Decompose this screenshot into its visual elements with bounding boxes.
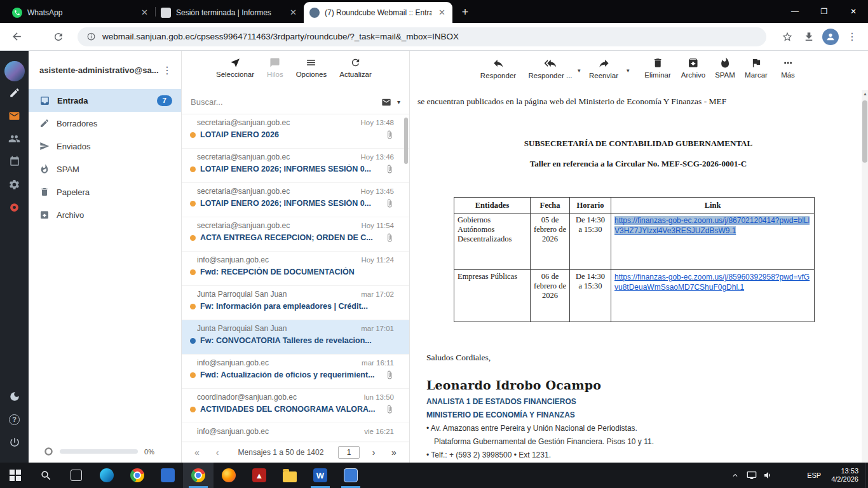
edge-icon[interactable] — [92, 463, 122, 488]
list-item[interactable]: info@sanjuan.gob.ecHoy 11:24 Fwd: RECEPC… — [182, 252, 409, 286]
chrome-icon[interactable] — [122, 463, 153, 488]
archive-button[interactable]: Archivo — [681, 57, 705, 79]
tab-close-icon[interactable]: ✕ — [288, 8, 298, 17]
sidebar-item-entrada[interactable]: Entrada 7 — [29, 89, 181, 112]
page-number-input[interactable] — [338, 446, 360, 459]
power-icon[interactable] — [0, 431, 29, 454]
list-item[interactable]: info@sanjuan.gob.ecvie 16:21 — [182, 423, 409, 442]
tab-close-icon[interactable]: ✕ — [437, 8, 447, 17]
url-text: webmail.sanjuan.gob.ec/cpsess9964711463/… — [102, 32, 459, 41]
start-button[interactable] — [0, 463, 31, 488]
scroll-up-arrow-icon[interactable]: ▲ — [863, 92, 867, 96]
unread-dot-icon[interactable] — [190, 166, 196, 172]
firefox-icon[interactable] — [214, 463, 244, 488]
search-scope-mail-icon[interactable] — [381, 97, 391, 107]
webmail-logo-avatar[interactable] — [4, 61, 25, 81]
sidebar-item-archivo[interactable]: Archivo — [29, 203, 181, 226]
first-page-icon[interactable]: « — [188, 447, 206, 458]
bookmark-star-icon[interactable] — [778, 27, 797, 46]
spam-button[interactable]: SPAM — [715, 57, 735, 79]
prev-page-icon[interactable]: ‹ — [208, 447, 226, 458]
red-app-icon[interactable] — [0, 196, 29, 219]
profile-avatar[interactable] — [821, 27, 840, 46]
list-item-selected[interactable]: Junta Parroquial San Juanmar 17:01 Fw: C… — [182, 320, 409, 355]
unread-dot-icon[interactable] — [190, 235, 196, 241]
contacts-icon[interactable] — [0, 127, 29, 150]
unread-dot-icon[interactable] — [190, 338, 196, 344]
close-icon[interactable]: ✕ — [839, 0, 868, 23]
show-desktop-button[interactable] — [865, 463, 868, 488]
threads-button[interactable]: Hilos — [267, 57, 283, 78]
list-item[interactable]: secretaria@sanjuan.gob.ecHoy 13:48 LOTAI… — [182, 114, 409, 149]
task-view-icon[interactable] — [61, 463, 92, 488]
unread-dot-icon[interactable] — [190, 304, 196, 309]
language-indicator[interactable]: ESP — [799, 471, 829, 479]
back-icon[interactable] — [6, 27, 27, 47]
reply-all-dropdown-icon[interactable]: ▾ — [578, 67, 581, 74]
taskbar-search-icon[interactable] — [31, 463, 61, 488]
calendar-icon[interactable] — [0, 150, 29, 173]
refresh-list-button[interactable]: Actualizar — [339, 57, 372, 78]
downloads-icon[interactable] — [799, 27, 818, 46]
tab-whatsapp[interactable]: WhatsApp ✕ — [6, 2, 155, 23]
unread-dot-icon[interactable] — [190, 407, 196, 412]
list-item[interactable]: secretaria@sanjuan.gob.ecHoy 11:54 ACTA … — [182, 217, 409, 252]
dark-mode-icon[interactable] — [0, 385, 29, 408]
minimize-icon[interactable]: — — [780, 0, 810, 23]
tab-roundcube[interactable]: (7) Roundcube Webmail :: Entra ✕ — [304, 2, 452, 23]
unread-dot-icon[interactable] — [190, 201, 196, 207]
last-page-icon[interactable]: » — [385, 447, 403, 458]
site-info-icon[interactable] — [86, 32, 96, 41]
search-options-chevron-icon[interactable]: ▾ — [397, 98, 400, 105]
reply-all-button[interactable]: Responder ... — [528, 57, 572, 79]
account-menu-icon[interactable]: ⋮ — [162, 64, 172, 76]
search-input[interactable] — [191, 97, 376, 107]
volume-icon[interactable] — [760, 463, 776, 488]
list-item[interactable]: secretaria@sanjuan.gob.ecHoy 13:45 LOTAI… — [182, 183, 409, 217]
list-item[interactable]: coordinador@sanjuan.gob.eclun 13:50 ACTI… — [182, 389, 409, 423]
compose-icon[interactable] — [0, 81, 29, 104]
sidebar-item-enviados[interactable]: Enviados — [29, 135, 181, 158]
sidebar-item-spam[interactable]: SPAM — [29, 158, 181, 180]
mark-button[interactable]: Marcar — [745, 57, 768, 79]
delete-button[interactable]: Eliminar — [644, 57, 671, 79]
list-scrollbar[interactable] — [404, 118, 408, 164]
chrome-active-icon[interactable] — [183, 463, 214, 488]
list-item[interactable]: info@sanjuan.gob.ecmar 16:11 Fwd: Actual… — [182, 355, 409, 389]
sidebar-item-borradores[interactable]: Borradores — [29, 112, 181, 135]
next-page-icon[interactable]: › — [365, 447, 383, 458]
word-icon[interactable]: W — [305, 463, 336, 488]
acrobat-icon[interactable]: ▲ — [244, 463, 275, 488]
address-bar[interactable]: webmail.sanjuan.gob.ec/cpsess9964711463/… — [78, 27, 766, 46]
refresh-icon[interactable] — [48, 27, 69, 47]
display-icon[interactable] — [743, 463, 760, 488]
settings-icon[interactable] — [0, 173, 29, 196]
mail-icon[interactable] — [0, 104, 29, 127]
file-explorer-icon[interactable] — [275, 463, 305, 488]
forward-button[interactable]: Reenviar — [589, 57, 618, 79]
maximize-icon[interactable]: ❐ — [810, 0, 839, 23]
select-button[interactable]: Seleccionar — [216, 57, 254, 78]
unread-dot-icon[interactable] — [190, 269, 196, 275]
tab-close-icon[interactable]: ✕ — [140, 8, 149, 17]
taskbar-clock[interactable]: 13:53 4/2/2026 — [829, 467, 865, 484]
options-button[interactable]: Opciones — [296, 57, 327, 78]
more-button[interactable]: Más — [781, 57, 795, 79]
browser-menu-icon[interactable]: ⋮ — [843, 27, 862, 46]
zoom-link[interactable]: https://finanzas-gob-ec.zoom.us/j/859603… — [614, 273, 810, 292]
list-item[interactable]: secretaria@sanjuan.gob.ecHoy 13:46 LOTAI… — [182, 149, 409, 183]
tray-chevron-up-icon[interactable] — [727, 463, 743, 488]
list-item[interactable]: Junta Parroquial San Juanmar 17:02 Fw: I… — [182, 286, 409, 320]
blue-app-icon[interactable] — [153, 463, 183, 488]
sidebar-item-papelera[interactable]: Papelera — [29, 180, 181, 203]
unread-dot-icon[interactable] — [190, 372, 196, 378]
new-tab-button[interactable]: + — [456, 3, 474, 21]
unread-dot-icon[interactable] — [190, 132, 196, 138]
forward-dropdown-icon[interactable]: ▾ — [627, 67, 630, 74]
reply-button[interactable]: Responder — [480, 57, 516, 79]
help-icon[interactable]: ? — [0, 408, 29, 431]
document-app-icon[interactable] — [336, 463, 366, 488]
viewer-scrollbar-thumb[interactable] — [862, 100, 867, 163]
zoom-link-selected[interactable]: https://finanzas-gob-ec.zoom.us/j/867021… — [614, 216, 810, 235]
tab-informes[interactable]: Sesión terminada | Informes ✕ — [155, 2, 304, 23]
